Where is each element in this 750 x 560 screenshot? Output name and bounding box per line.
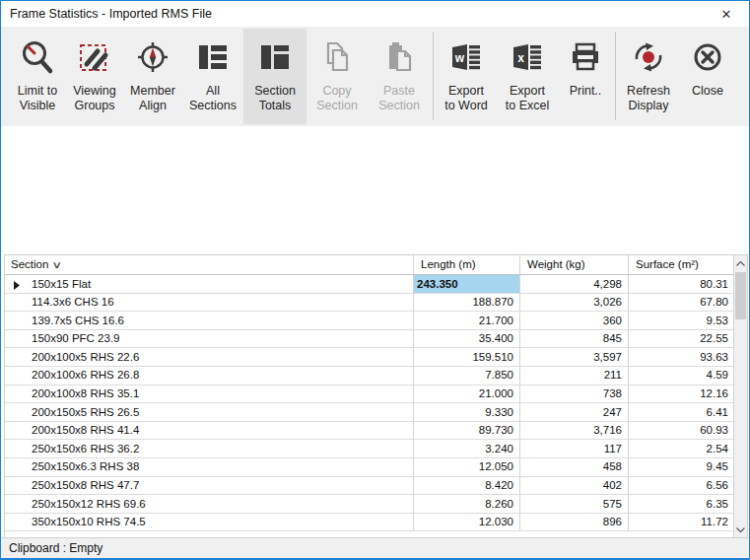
column-header-section[interactable]: Section∨: [5, 255, 413, 274]
length-cell[interactable]: 8.420: [413, 477, 519, 495]
refresh-display-button[interactable]: Refresh Display: [618, 29, 679, 124]
print-button[interactable]: Print..: [558, 29, 613, 124]
surface-cell[interactable]: 6.56: [628, 477, 734, 495]
section-cell[interactable]: 350x150x10 RHS 74.5: [5, 514, 413, 531]
length-cell[interactable]: 89.730: [413, 422, 519, 440]
table-row[interactable]: 150x15 Flat243.3504,29880.31: [5, 275, 747, 294]
table-row[interactable]: 250x150x6.3 RHS 3812.0504589.45: [5, 458, 747, 477]
column-header-length[interactable]: Length (m): [413, 255, 519, 274]
surface-cell[interactable]: 6.35: [628, 495, 734, 513]
button-label: Viewing Groups: [73, 84, 116, 113]
weight-cell[interactable]: 4,298: [519, 275, 628, 293]
section-cell[interactable]: 200x100x5 RHS 22.6: [5, 348, 413, 366]
weight-cell[interactable]: 117: [519, 440, 628, 457]
scroll-down-icon[interactable]: [734, 522, 747, 537]
surface-cell[interactable]: 11.72: [628, 514, 734, 531]
surface-cell[interactable]: 67.80: [628, 294, 734, 312]
table-row[interactable]: 150x90 PFC 23.935.40084522.55: [5, 330, 747, 349]
export-to-word-button[interactable]: w Export to Word: [436, 29, 497, 124]
excel-document-icon: x: [508, 33, 547, 82]
length-cell[interactable]: 159.510: [413, 348, 519, 366]
length-cell[interactable]: 7.850: [413, 367, 519, 385]
length-cell[interactable]: 12.030: [413, 514, 519, 531]
surface-cell[interactable]: 4.59: [628, 367, 734, 385]
section-cell[interactable]: 200x150x5 RHS 26.5: [5, 403, 413, 421]
weight-cell[interactable]: 575: [519, 495, 628, 513]
column-header-surface[interactable]: Surface (m²): [628, 255, 734, 274]
weight-cell[interactable]: 402: [519, 477, 628, 495]
frame-statistics-dialog: Frame Statistics - Imported RMS File ✕ L…: [0, 0, 750, 560]
table-row[interactable]: 200x150x8 RHS 41.489.7303,71660.93: [5, 422, 747, 441]
table-row[interactable]: 250x150x8 RHS 47.78.4204026.56: [5, 477, 747, 496]
length-cell[interactable]: 12.050: [413, 458, 519, 476]
table-row[interactable]: 200x100x5 RHS 22.6159.5103,59793.63: [5, 348, 747, 367]
section-totals-button[interactable]: Section Totals: [243, 29, 307, 124]
table-row[interactable]: 250x150x6 RHS 36.23.2401172.54: [5, 440, 747, 458]
word-document-icon: w: [446, 33, 486, 82]
length-cell[interactable]: 188.870: [413, 294, 519, 312]
weight-cell[interactable]: 845: [519, 330, 628, 348]
section-cell[interactable]: 150x15 Flat: [5, 275, 413, 293]
weight-cell[interactable]: 247: [519, 403, 628, 421]
member-align-button[interactable]: Member Align: [123, 29, 182, 124]
limit-to-visible-button[interactable]: Limit to Visible: [9, 29, 66, 124]
table-row[interactable]: 200x150x5 RHS 26.59.3302476.41: [5, 403, 747, 422]
window-close-icon[interactable]: ✕: [710, 1, 743, 27]
table-row[interactable]: 114.3x6 CHS 16188.8703,02667.80: [5, 294, 747, 313]
surface-cell[interactable]: 2.54: [628, 440, 734, 457]
surface-cell[interactable]: 6.41: [628, 403, 734, 421]
weight-cell[interactable]: 896: [519, 514, 628, 531]
section-cell[interactable]: 139.7x5 CHS 16.6: [5, 312, 413, 329]
length-cell[interactable]: 8.260: [413, 495, 519, 513]
length-cell[interactable]: 3.240: [413, 440, 519, 457]
table-row[interactable]: 250x150x12 RHS 69.68.2605756.35: [5, 495, 747, 514]
vertical-scrollbar[interactable]: [733, 255, 747, 537]
length-cell[interactable]: 21.700: [413, 312, 519, 329]
section-cell[interactable]: 114.3x6 CHS 16: [5, 294, 413, 312]
weight-cell[interactable]: 3,597: [519, 348, 628, 366]
totals-layout-icon: [255, 33, 295, 82]
surface-cell[interactable]: 12.16: [628, 385, 734, 403]
table-row[interactable]: 200x100x6 RHS 26.87.8502114.59: [5, 367, 747, 385]
weight-cell[interactable]: 3,026: [519, 294, 628, 312]
section-cell[interactable]: 200x150x8 RHS 41.4: [5, 422, 413, 440]
svg-text:x: x: [517, 51, 524, 65]
weight-cell[interactable]: 211: [519, 367, 628, 385]
close-button[interactable]: Close: [679, 29, 736, 124]
table-row[interactable]: 350x150x10 RHS 74.512.03089611.72: [5, 514, 747, 532]
weight-cell[interactable]: 3,716: [519, 422, 628, 440]
table-header: Section∨ Length (m) Weight (kg) Surface …: [5, 255, 747, 275]
scrollbar-thumb[interactable]: [735, 272, 746, 319]
surface-cell[interactable]: 9.45: [628, 458, 734, 476]
statusbar: Clipboard : Empty: [1, 537, 749, 558]
section-cell[interactable]: 150x90 PFC 23.9: [5, 330, 413, 348]
section-cell[interactable]: 250x150x12 RHS 69.6: [5, 495, 413, 513]
length-cell[interactable]: 243.350: [413, 275, 519, 293]
table-row[interactable]: 200x100x8 RHS 35.121.00073812.16: [5, 385, 747, 404]
surface-cell[interactable]: 93.63: [628, 348, 734, 366]
surface-cell[interactable]: 9.53: [628, 312, 734, 329]
length-cell[interactable]: 9.330: [413, 403, 519, 421]
section-cell[interactable]: 250x150x8 RHS 47.7: [5, 477, 413, 495]
weight-cell[interactable]: 360: [519, 312, 628, 329]
surface-cell[interactable]: 60.93: [628, 422, 734, 440]
weight-cell[interactable]: 458: [519, 458, 628, 476]
all-sections-button[interactable]: All Sections: [182, 29, 243, 124]
export-to-excel-button[interactable]: x Export to Excel: [497, 29, 558, 124]
dashed-group-members-icon: [75, 33, 114, 82]
section-cell[interactable]: 250x150x6.3 RHS 38: [5, 458, 413, 476]
surface-cell[interactable]: 22.55: [628, 330, 734, 348]
column-header-weight[interactable]: Weight (kg): [519, 255, 628, 274]
section-cell[interactable]: 250x150x6 RHS 36.2: [5, 440, 413, 457]
surface-cell[interactable]: 80.31: [628, 275, 734, 293]
length-cell[interactable]: 21.000: [413, 385, 519, 403]
titlebar: Frame Statistics - Imported RMS File ✕: [1, 1, 749, 27]
section-cell[interactable]: 200x100x8 RHS 35.1: [5, 385, 413, 403]
viewing-groups-button[interactable]: Viewing Groups: [66, 29, 123, 124]
refresh-icon: [629, 33, 668, 82]
scroll-up-icon[interactable]: [734, 255, 747, 271]
table-row[interactable]: 139.7x5 CHS 16.621.7003609.53: [5, 312, 747, 330]
weight-cell[interactable]: 738: [519, 385, 628, 403]
section-cell[interactable]: 200x100x6 RHS 26.8: [5, 367, 413, 385]
length-cell[interactable]: 35.400: [413, 330, 519, 348]
